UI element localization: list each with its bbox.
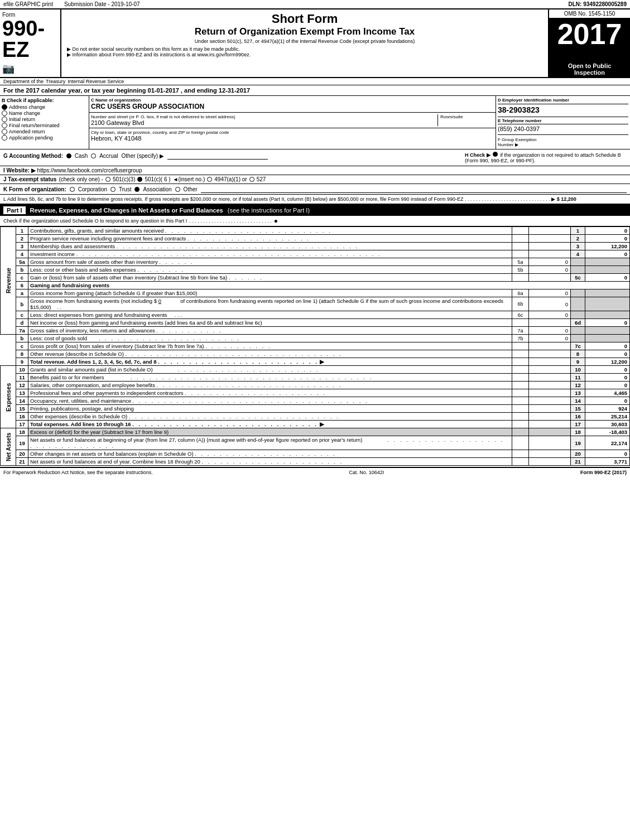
- table-row: d Net income or (loss) from gaming and f…: [1, 319, 630, 327]
- line-9-amount: 12,200: [585, 358, 630, 366]
- assoc-radio: [134, 187, 140, 192]
- expenses-vert-label: Expenses: [1, 366, 16, 428]
- year-box: 2017: [549, 18, 630, 61]
- opt1-label: 501(c)(3): [113, 176, 136, 182]
- line-5a-desc: Gross amount from sale of assets other t…: [28, 258, 512, 266]
- line-12-amount: 0: [585, 382, 630, 389]
- line-7c-desc: Gross profit or (loss) from sales of inv…: [28, 342, 512, 350]
- ein-label: D Employer identification number: [498, 98, 628, 104]
- line-6-desc: Gaming and fundraising events: [28, 282, 630, 289]
- line-9-no: 9: [571, 358, 585, 366]
- revenue-group-2: b Less: cost of goods sold . . . . . . .…: [1, 335, 630, 366]
- table-row: 17 Total expenses. Add lines 10 through …: [1, 421, 630, 428]
- cat-no: Cat. No. 10642I: [349, 470, 384, 475]
- expenses-group: Expenses 10 Grants and similar amounts p…: [1, 366, 630, 428]
- line-19-desc: Net assets or fund balances at beginning…: [28, 436, 512, 450]
- line-12-desc: Salaries, other compensation, and employ…: [28, 382, 512, 389]
- line-6a-desc: Gross income from gaming (attach Schedul…: [28, 289, 512, 297]
- omb-no: OMB No. 1545-1150: [549, 9, 630, 18]
- revenue-group: Revenue 1 Contributions, gifts, grants, …: [1, 227, 630, 335]
- underline-field: [167, 152, 268, 160]
- irs-label: Internal Revenue Service: [68, 79, 124, 84]
- table-row: 2 Program service revenue including gove…: [1, 235, 630, 243]
- address-value: 2100 Gateway Blvd: [91, 119, 435, 126]
- group-exempt: F Group Exemption Number ▶: [498, 137, 628, 147]
- right-header-col: OMB No. 1545-1150 2017 Open to Public In…: [549, 9, 630, 77]
- line-6a-sub: 0: [529, 289, 571, 297]
- net-assets-vert-label: Net Assets: [1, 428, 16, 466]
- line-14-num: 14: [16, 397, 28, 405]
- line-10-num: 10: [16, 366, 28, 374]
- line-17-amount: 30,603: [585, 421, 630, 428]
- name-change-item: Name change: [2, 110, 87, 116]
- assoc-label: Association: [143, 186, 171, 192]
- line-11-desc: Benefits paid to or for members . . . . …: [28, 374, 512, 382]
- line-6b-sub: 0: [529, 297, 571, 311]
- line-7a-desc: Gross sales of inventory, less returns a…: [28, 327, 512, 335]
- name-change-radio: [2, 110, 7, 116]
- line-l-text: L Add lines 5b, 6c, and 7b to line 9 to …: [3, 196, 464, 202]
- line-21-desc: Net assets or fund balances at end of ye…: [28, 458, 512, 466]
- phone-value: (859) 240-0397: [498, 125, 628, 135]
- accounting-right: H Check ▶ if the organization is not req…: [459, 152, 627, 163]
- do-not-enter-1: ▶ Do not enter social security numbers o…: [67, 46, 542, 52]
- final-return-item: Final return/terminated: [2, 123, 87, 128]
- room-suite: Room/suite: [438, 114, 494, 126]
- corp-radio: [70, 187, 75, 192]
- line-21-amount: 3,771: [585, 458, 630, 466]
- line-18-desc: Excess or (deficit) for the year (Subtra…: [28, 428, 512, 436]
- org-name-row: C Name of organization CRC USERS GROUP A…: [89, 96, 496, 113]
- address-change-label: Address change: [9, 104, 45, 110]
- accounting-left: G Accounting Method: Cash Accrual Other …: [3, 152, 459, 160]
- initial-return-item: Initial return: [2, 117, 87, 122]
- ein-value: 38-2903823: [498, 105, 628, 117]
- opt4-radio: [249, 177, 254, 182]
- line-5c-desc: Gain or (loss) from sale of assets other…: [28, 274, 512, 282]
- line-17-num: 17: [16, 421, 28, 428]
- insert-no: ◄(insert no.): [173, 176, 205, 182]
- table-row: 15 Printing, publications, postage, and …: [1, 405, 630, 413]
- line-2-num: 2: [16, 235, 28, 243]
- group-exempt-arrow: ▶: [515, 142, 518, 147]
- org-name-value: CRC USERS GROUP ASSOCIATION: [91, 103, 494, 110]
- table-row: a Gross income from gaming (attach Sched…: [1, 289, 630, 297]
- line-8-desc: Other revenue (describe in Schedule O) .…: [28, 350, 512, 358]
- check-col: B Check if applicable: Address change Na…: [0, 96, 89, 149]
- part-i-title: Revenue, Expenses, and Changes in Net As…: [30, 207, 223, 214]
- c-name-label: C Name of organization: [91, 98, 494, 103]
- line-2-no: 2: [571, 235, 585, 243]
- line-17-no: 17: [571, 421, 585, 428]
- line-6c-sub: 0: [529, 311, 571, 319]
- dln: DLN: 93492280005289: [568, 1, 627, 7]
- line-5c-amount: 0: [585, 274, 630, 282]
- line-15-desc: Printing, publications, postage, and shi…: [28, 405, 512, 413]
- group-exempt-sub: Number: [498, 142, 513, 147]
- line-19-no: 19: [571, 436, 585, 450]
- i-label: I Website: ▶: [3, 167, 36, 173]
- line-1-num: 1: [16, 227, 28, 235]
- address-main: Number and street (or P. O. box, if mail…: [91, 114, 438, 126]
- line-15-num: 15: [16, 405, 28, 413]
- initial-return-label: Initial return: [9, 117, 35, 122]
- line-l-dots: . . . . . . . . . . . . . . . . . . . . …: [465, 196, 550, 202]
- trust-label: Trust: [119, 186, 131, 192]
- line-6d-desc: Net income or (loss) from gaming and fun…: [28, 319, 512, 327]
- line-6b-desc: Gross income from fundraising events (no…: [28, 297, 512, 311]
- line-8-num: 8: [16, 350, 28, 358]
- address-change-item: Address change: [2, 104, 87, 110]
- table-row: 8 Other revenue (describe in Schedule O)…: [1, 350, 630, 358]
- line-5a-label: 5a: [512, 258, 529, 266]
- schedule-o-text: Check if the organization used Schedule …: [3, 218, 187, 224]
- line-20-num: 20: [16, 450, 28, 458]
- amended-return-label: Amended return: [9, 129, 45, 134]
- line-6d-no: 6d: [571, 319, 585, 327]
- schedule-o-check-row: Check if the organization used Schedule …: [0, 216, 630, 226]
- line-16-num: 16: [16, 413, 28, 421]
- line-11-amount: 0: [585, 374, 630, 382]
- group-exempt-label: F Group Exemption: [498, 137, 536, 142]
- table-row: 9 Total revenue. Add lines 1, 2, 3, 4, 5…: [1, 358, 630, 366]
- line-8-amount: 0: [585, 350, 630, 358]
- room-suite-label: Room/suite: [440, 114, 494, 119]
- line-12-num: 12: [16, 382, 28, 389]
- open-to-public: Open to Public Inspection: [549, 61, 630, 77]
